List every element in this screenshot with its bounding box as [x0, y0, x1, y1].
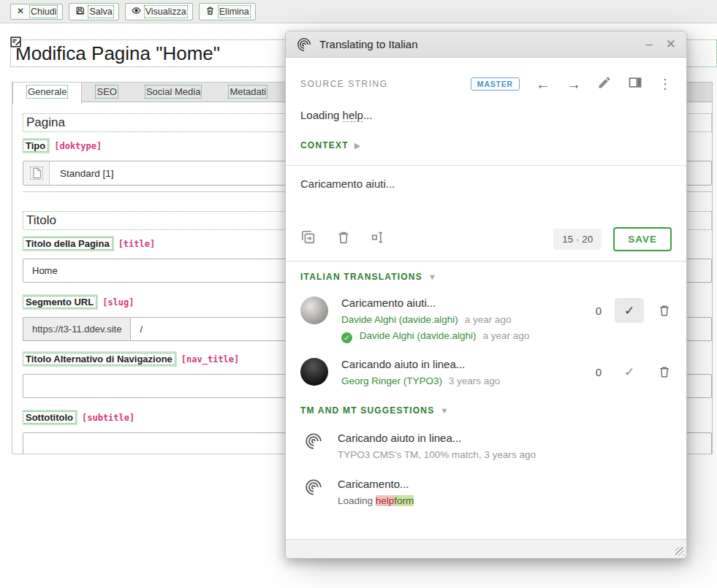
source-text-term: help: [343, 109, 363, 122]
close-icon: ✕: [17, 7, 26, 16]
avatar: [300, 297, 328, 324]
translation-text: Caricamento aiuti...: [341, 297, 596, 309]
dialog-header[interactable]: Translating to Italian – ✕: [286, 31, 686, 58]
minimize-icon[interactable]: –: [645, 38, 652, 50]
slug-prefix: https://t3-11.ddev.site: [23, 317, 130, 341]
context-toggle[interactable]: CONTEXT ▶: [286, 140, 686, 150]
page-type-icon: [23, 161, 50, 185]
copy-source-icon[interactable]: [300, 229, 316, 248]
tab-seo[interactable]: SEO: [82, 83, 131, 102]
dialog-title: Translating to Italian: [319, 38, 632, 50]
approver-name[interactable]: Davide Alghi (davide.alghi): [360, 330, 477, 341]
delete-translation-icon[interactable]: [657, 303, 672, 318]
doktype-label: Tipo: [23, 140, 48, 152]
slug-label: Segmento URL: [23, 296, 96, 308]
approve-button[interactable]: ✓: [615, 298, 644, 323]
save-button[interactable]: Salva: [69, 3, 118, 20]
diff-added: form: [394, 495, 414, 506]
source-tools: MASTER ← → ⋮: [471, 75, 672, 93]
tab-social-media-label: Social Media: [146, 86, 200, 97]
doktype-value: Standard [1]: [50, 168, 114, 179]
suggestion-meta: TYPO3 CMS's TM, 100% match, 3 years ago: [338, 449, 536, 460]
translations-header-row[interactable]: ITALIAN TRANSLATIONS ▼: [286, 272, 686, 282]
suggestion-main: Caricando aiuto in linea... TYPO3 CMS's …: [338, 432, 536, 460]
suggestions-header-row[interactable]: TM AND MT SUGGESTIONS ▼: [286, 405, 686, 416]
approval-time: a year ago: [482, 330, 529, 341]
approved-check-icon: ✓: [341, 332, 352, 343]
translations-collapse-icon: ▼: [428, 272, 436, 281]
translation-author[interactable]: Georg Ringer (TYPO3): [341, 375, 442, 386]
diff-removed: help: [376, 495, 395, 506]
source-text-suffix: ...: [363, 109, 373, 121]
context-label: CONTEXT: [300, 140, 349, 150]
vote-count: 0: [596, 366, 602, 378]
trash-icon: [205, 6, 215, 18]
edit-source-icon[interactable]: [597, 75, 612, 93]
text-select-icon[interactable]: [371, 229, 387, 248]
view-button-label: Visualizza: [145, 7, 186, 17]
title-key: [title]: [118, 239, 156, 249]
next-string-icon[interactable]: →: [566, 76, 581, 93]
tab-generale[interactable]: Generale: [12, 83, 82, 104]
char-counter: 15 · 20: [553, 229, 602, 250]
dialog-close-icon[interactable]: ✕: [666, 38, 676, 50]
nav-title-label: Titolo Alternativo di Navigazione: [23, 353, 175, 365]
view-button[interactable]: Visualizza: [125, 3, 193, 20]
translation-author-row: Davide Alghi (davide.alghi) a year ago: [341, 314, 596, 325]
crowdin-tm-icon: [304, 432, 323, 451]
tab-social-media[interactable]: Social Media: [132, 83, 215, 102]
tab-metadati[interactable]: Metadati: [215, 83, 281, 102]
translation-author[interactable]: Davide Alghi (davide.alghi): [341, 314, 458, 325]
delete-translation-icon[interactable]: [657, 364, 672, 379]
crowdin-tm-icon: [304, 478, 323, 497]
doc-toolbar: ✕ Chiudi Salva Visualizza Elimina: [0, 0, 717, 23]
resize-handle[interactable]: [675, 547, 684, 556]
source-text: Loading help...: [286, 109, 686, 121]
divider: [286, 261, 686, 261]
tab-seo-label: SEO: [96, 86, 116, 97]
tab-generale-label: Generale: [28, 86, 67, 97]
translation-toolbar: 15 · 20 SAVE: [286, 224, 686, 253]
approval-row: ✓ Davide Alghi (davide.alghi) a year ago: [341, 330, 596, 343]
delete-button[interactable]: Elimina: [199, 3, 256, 20]
dialog-body: SOURCE STRING MASTER ← → ⋮ Loading help.…: [286, 58, 686, 539]
delete-button-label: Elimina: [219, 7, 249, 17]
translation-controls: 0 ✓: [596, 297, 672, 324]
translation-entry-main[interactable]: Caricamento aiuti... Davide Alghi (david…: [341, 297, 596, 343]
subtitle-key: [subtitle]: [82, 413, 134, 423]
more-menu-icon[interactable]: ⋮: [659, 76, 672, 92]
translation-textarea[interactable]: Caricamento aiuti...: [286, 166, 686, 224]
translation-entry: Caricando aiuto in linea... Georg Ringer…: [286, 358, 686, 386]
tm-suggestion[interactable]: Caricando aiuto in linea... TYPO3 CMS's …: [286, 432, 686, 460]
translation-time: 3 years ago: [449, 375, 501, 386]
suggestions-collapse-icon: ▼: [440, 406, 448, 415]
diff-prefix: Loading: [338, 495, 376, 506]
translation-time: a year ago: [465, 314, 512, 325]
tm-suggestion[interactable]: Caricamento... Loading helpform: [286, 478, 686, 506]
translation-text: Caricando aiuto in linea...: [341, 358, 596, 370]
suggestion-main: Caricamento... Loading helpform: [338, 478, 414, 506]
translation-entry-main[interactable]: Caricando aiuto in linea... Georg Ringer…: [341, 358, 596, 386]
source-string-label: SOURCE STRING: [300, 79, 471, 89]
save-translation-button[interactable]: SAVE: [613, 227, 672, 251]
tab-metadati-label: Metadati: [229, 86, 266, 97]
crowdin-logo-icon: [296, 37, 312, 53]
master-branch-badge[interactable]: MASTER: [471, 77, 520, 91]
translation-controls: 0 ✓: [596, 358, 672, 386]
suggestion-diff: Loading helpform: [338, 495, 414, 506]
translations-header: ITALIAN TRANSLATIONS: [300, 272, 422, 282]
translation-tools: [300, 229, 553, 248]
previous-string-icon[interactable]: ←: [536, 76, 550, 93]
slug-key: [slug]: [102, 297, 134, 308]
edit-document-icon[interactable]: [10, 36, 22, 48]
save-button-label: Salva: [89, 7, 112, 17]
translation-author-row: Georg Ringer (TYPO3) 3 years ago: [341, 375, 596, 386]
dialog-footer: [286, 539, 686, 558]
clear-translation-icon[interactable]: [335, 229, 352, 248]
approve-button[interactable]: ✓: [615, 364, 644, 380]
side-panel-toggle-icon[interactable]: [628, 75, 642, 93]
close-button[interactable]: ✕ Chiudi: [10, 4, 63, 20]
suggestion-text: Caricamento...: [338, 478, 414, 490]
eye-icon: [132, 6, 141, 18]
translation-dialog: Translating to Italian – ✕ SOURCE STRING…: [285, 31, 687, 559]
